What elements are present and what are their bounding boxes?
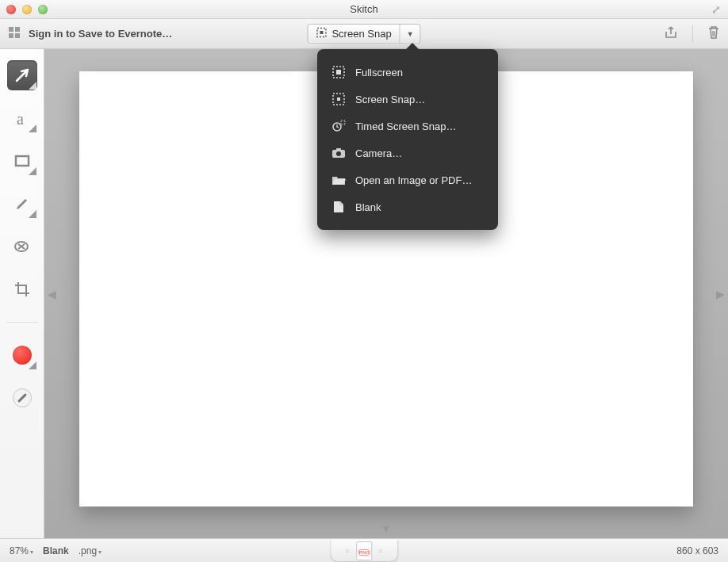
share-icon[interactable] [664,25,678,42]
shape-tool[interactable] [7,146,37,176]
pen-tool[interactable] [7,189,37,219]
grip-lines-icon: ≡ [345,547,350,555]
fullscreen-toggle-icon[interactable]: ⤢ [711,4,722,15]
statusbar: 87% Blank .png ≡ ≡ 860 x 603 [0,538,728,562]
toolbar-separator [692,25,693,43]
svg-rect-12 [336,70,341,75]
chevron-down-icon[interactable]: ▼ [400,30,420,38]
svg-rect-7 [16,156,29,166]
capture-menu: Fullscreen Screen Snap… Timed Screen Sna… [317,49,498,230]
svg-rect-19 [336,148,341,151]
filename-label[interactable]: Blank [43,545,69,556]
menu-item-blank[interactable]: Blank [317,193,498,220]
stroke-width-picker[interactable] [7,383,37,413]
grip-lines-icon: ≡ [378,547,383,555]
toolbar: Sign in to Save to Evernote… Screen Snap… [0,19,728,49]
screen-snap-button-label: Screen Snap [331,28,391,40]
fullscreen-icon [331,65,346,79]
crop-tool[interactable] [7,274,37,304]
menu-item-label: Timed Screen Snap… [355,120,456,132]
screen-snap-button[interactable]: Screen Snap ▼ [307,24,420,44]
svg-point-18 [336,151,341,156]
close-window-icon[interactable] [6,5,16,14]
pan-right-icon[interactable]: ▶ [716,288,725,300]
menu-item-label: Open an Image or PDF… [355,174,472,186]
text-tool[interactable]: a [7,103,37,133]
blank-page-icon [331,200,346,214]
color-picker[interactable] [7,340,37,370]
sidebar-divider [6,322,38,323]
menu-item-fullscreen[interactable]: Fullscreen [317,59,498,86]
menu-item-open-file[interactable]: Open an Image or PDF… [317,166,498,193]
canvas-dimensions: 860 x 603 [676,545,718,556]
trash-icon[interactable] [707,25,720,42]
tool-sidebar: a [0,49,44,538]
menu-item-screen-snap[interactable]: Screen Snap… [317,86,498,113]
file-type-badge [356,541,372,560]
signin-link[interactable]: Sign in to Save to Evernote… [29,28,172,40]
svg-rect-5 [320,31,323,34]
svg-rect-0 [9,27,13,32]
window-controls [6,5,48,14]
menu-item-camera[interactable]: Camera… [317,140,498,166]
zoom-level[interactable]: 87% [10,545,33,556]
menu-item-label: Screen Snap… [355,94,425,105]
svg-rect-14 [337,97,340,101]
minimize-window-icon[interactable] [22,5,32,14]
screensnap-icon [316,27,327,40]
drag-handle[interactable]: ≡ ≡ [330,540,398,562]
titlebar: Skitch ⤢ [0,0,728,19]
pan-down-icon[interactable]: ▼ [381,522,392,535]
screensnap-icon [331,92,346,106]
camera-icon [331,146,346,160]
menu-item-label: Camera… [355,147,402,159]
svg-rect-16 [341,120,345,124]
menu-item-timed-snap[interactable]: Timed Screen Snap… [317,113,498,140]
pan-left-icon[interactable]: ◀ [48,288,56,300]
stamp-tool[interactable] [7,231,37,262]
menu-item-label: Fullscreen [355,67,403,78]
file-extension[interactable]: .png [79,545,102,556]
svg-rect-1 [15,27,20,32]
timed-snap-icon [331,119,346,133]
svg-rect-3 [15,33,20,38]
arrow-tool[interactable] [7,60,37,90]
open-file-icon [331,173,346,187]
menu-item-label: Blank [355,201,381,213]
zoom-window-icon[interactable] [38,5,48,14]
app-title: Skitch [0,3,728,15]
svg-rect-2 [9,33,13,38]
library-grid-icon[interactable] [8,26,21,42]
svg-text:a: a [17,110,24,128]
